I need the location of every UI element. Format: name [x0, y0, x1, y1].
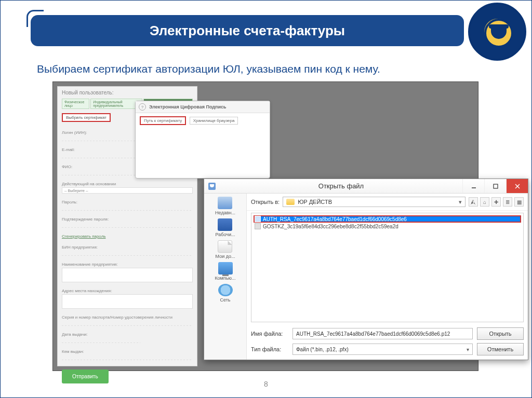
- open-in-label: Открыть в:: [251, 199, 280, 205]
- label-password-confirm: Подтверждение пароля:: [62, 217, 193, 222]
- svg-rect-1: [494, 184, 498, 188]
- dialog-bottom: Имя файла: AUTH_RSA_7ec9617a4a8bd764e77b…: [247, 324, 528, 360]
- label-issue-date: Дата выдачи:: [62, 332, 193, 337]
- filetype-label: Тип файла:: [251, 346, 288, 352]
- label-company: Наименование предприятия:: [62, 262, 193, 267]
- details-view-button[interactable]: ▦: [514, 197, 524, 207]
- file-open-dialog: Открыть файл Недавн... Рабочи... М: [204, 179, 528, 360]
- sidebar-recent-label: Недавн...: [215, 210, 235, 215]
- input-password-confirm[interactable]: [62, 223, 193, 228]
- input-issue-date[interactable]: [62, 338, 140, 343]
- sidebar-recent[interactable]: Недавн...: [215, 197, 235, 215]
- label-address: Адрес места нахождения:: [62, 289, 193, 293]
- screenshot-frame: Новый пользователь: Физическое лицо Инди…: [52, 81, 478, 371]
- file-row-selected[interactable]: AUTH_RSA_7ec9617a4a8bd764e77baed1dcf66d0…: [254, 215, 521, 223]
- dialog-titlebar: Открыть файл: [204, 179, 528, 194]
- input-address[interactable]: [62, 294, 193, 309]
- tax-committee-logo: [468, 3, 526, 61]
- filename-label: Имя файла:: [251, 331, 288, 337]
- recent-icon: [218, 197, 232, 209]
- input-passport[interactable]: [62, 321, 193, 326]
- sidebar-computer-label: Компью...: [215, 276, 235, 281]
- dialog-sidebar: Недавн... Рабочи... Мои до... Компью... …: [204, 194, 247, 360]
- label-passport: Серия и номер паспорта/Номер удостоверен…: [62, 315, 193, 320]
- input-company[interactable]: [62, 268, 193, 282]
- list-view-button[interactable]: ≣: [503, 197, 512, 207]
- chevron-down-icon: ▾: [459, 199, 462, 205]
- instruction-text: Выбираем сертификат авторизации ЮЛ, указ…: [37, 63, 380, 75]
- up-folder-button[interactable]: ⮙: [469, 197, 478, 207]
- network-icon: [218, 284, 233, 296]
- filetype-value: Файл (*.bin, .p12, .pfx): [296, 347, 467, 352]
- generate-password-link[interactable]: Сгенерировать пароль: [62, 234, 193, 239]
- new-folder-button[interactable]: ✚: [491, 197, 501, 207]
- folder-name: ЮР ДЕЙСТВ: [298, 199, 332, 205]
- sidebar-documents[interactable]: Мои до...: [216, 240, 235, 259]
- file-icon: [255, 223, 261, 229]
- close-button[interactable]: [506, 179, 528, 193]
- file-name-selected: AUTH_RSA_7ec9617a4a8bd764e77baed1dcf66d0…: [263, 216, 407, 222]
- input-password[interactable]: [62, 205, 193, 211]
- label-password: Пароль:: [62, 200, 193, 204]
- dialog-toolbar: ⮙ ⌂ ✚ ≣ ▦: [469, 197, 524, 207]
- java-icon: [208, 183, 216, 190]
- folder-select[interactable]: ЮР ДЕЙСТВ ▾: [283, 197, 466, 207]
- slide-title: Электронные счета-фактуры: [150, 23, 345, 39]
- sidebar-desktop-label: Рабочи...: [216, 232, 235, 237]
- eds-popup: ? Электронная Цифровая Подпись Путь к се…: [135, 101, 270, 179]
- file-icon: [255, 216, 261, 222]
- cancel-button[interactable]: Отменить: [477, 343, 524, 355]
- sidebar-desktop[interactable]: Рабочи...: [216, 218, 235, 237]
- documents-icon: [218, 240, 232, 253]
- sidebar-computer[interactable]: Компью...: [215, 262, 235, 281]
- input-issued-by[interactable]: [62, 355, 193, 360]
- file-name: GOSTKZ_3c19a5f6e84d3cc296ebe8d8c2f55bbd2…: [263, 224, 398, 229]
- filetype-field[interactable]: Файл (*.bin, .p12, .pfx) ▾: [292, 344, 473, 355]
- folder-icon: [286, 199, 295, 205]
- eds-popup-header: ? Электронная Цифровая Подпись: [136, 101, 270, 113]
- label-issued-by: Кем выдан:: [62, 349, 193, 354]
- tab-individual[interactable]: Индивидуальный предприниматель: [90, 99, 142, 109]
- tab-physical[interactable]: Физическое лицо: [62, 99, 89, 109]
- minimize-button[interactable]: [462, 179, 484, 193]
- computer-icon: [218, 262, 233, 275]
- file-row[interactable]: GOSTKZ_3c19a5f6e84d3cc296ebe8d8c2f55bbd2…: [254, 223, 521, 230]
- file-list[interactable]: AUTH_RSA_7ec9617a4a8bd764e77baed1dcf66d0…: [251, 213, 524, 322]
- location-row: Открыть в: ЮР ДЕЙСТВ ▾ ⮙ ⌂ ✚ ≣ ▦: [247, 194, 528, 211]
- dialog-title: Открыть файл: [220, 182, 462, 190]
- sidebar-network-label: Сеть: [220, 297, 230, 303]
- label-basis: Действующий на основании: [62, 182, 193, 186]
- chevron-down-icon: ▾: [467, 347, 469, 352]
- select-certificate-button[interactable]: Выбрать сертификат: [62, 113, 111, 122]
- select-basis[interactable]: -- Выберите --: [62, 187, 193, 194]
- sidebar-documents-label: Мои до...: [216, 254, 235, 259]
- eds-tab-store[interactable]: Хранилище браузера: [190, 117, 238, 125]
- sidebar-network[interactable]: Сеть: [218, 284, 233, 303]
- slide-title-bar: Электронные счета-фактуры: [31, 15, 464, 46]
- filename-field[interactable]: AUTH_RSA_7ec9617a4a8bd764e77baed1dcf66d0…: [292, 328, 473, 339]
- home-button[interactable]: ⌂: [480, 197, 489, 207]
- maximize-button[interactable]: [484, 179, 506, 193]
- desktop-icon: [218, 218, 232, 231]
- new-user-heading: Новый пользователь:: [62, 90, 193, 95]
- open-button[interactable]: Открыть: [477, 327, 524, 340]
- page-number: 8: [1, 380, 531, 388]
- help-icon[interactable]: ?: [139, 103, 146, 111]
- input-bin[interactable]: [62, 251, 193, 256]
- label-bin: БИН предприятия:: [62, 245, 193, 250]
- eds-tab-path[interactable]: Путь к сертификату: [140, 116, 186, 125]
- eds-popup-title: Электронная Цифровая Подпись: [149, 104, 227, 109]
- filename-value: AUTH_RSA_7ec9617a4a8bd764e77baed1dcf66d0…: [296, 331, 450, 337]
